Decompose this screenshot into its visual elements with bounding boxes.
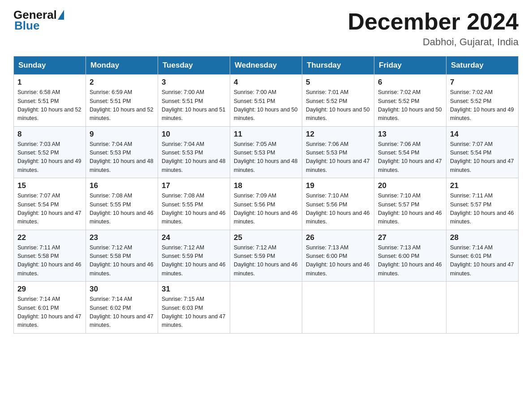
calendar-header-sunday: Sunday xyxy=(14,56,86,75)
day-info: Sunrise: 7:14 AMSunset: 6:01 PMDaylight:… xyxy=(450,244,515,278)
calendar-day-cell xyxy=(446,282,519,334)
day-info: Sunrise: 7:12 AMSunset: 5:58 PMDaylight:… xyxy=(90,244,154,278)
day-info: Sunrise: 7:09 AMSunset: 5:56 PMDaylight:… xyxy=(234,192,298,227)
calendar-day-cell: 11Sunrise: 7:05 AMSunset: 5:53 PMDayligh… xyxy=(230,126,302,178)
day-info: Sunrise: 7:13 AMSunset: 6:00 PMDaylight:… xyxy=(378,244,442,278)
day-info: Sunrise: 7:12 AMSunset: 5:59 PMDaylight:… xyxy=(234,244,298,278)
day-info: Sunrise: 7:07 AMSunset: 5:54 PMDaylight:… xyxy=(17,192,82,227)
calendar-day-cell: 26Sunrise: 7:13 AMSunset: 6:00 PMDayligh… xyxy=(302,230,374,282)
calendar-day-cell: 18Sunrise: 7:09 AMSunset: 5:56 PMDayligh… xyxy=(230,178,302,230)
calendar-day-cell: 27Sunrise: 7:13 AMSunset: 6:00 PMDayligh… xyxy=(374,230,446,282)
day-info: Sunrise: 6:58 AMSunset: 5:51 PMDaylight:… xyxy=(17,88,82,123)
calendar-day-cell: 30Sunrise: 7:14 AMSunset: 6:02 PMDayligh… xyxy=(86,282,158,334)
day-info: Sunrise: 7:15 AMSunset: 6:03 PMDaylight:… xyxy=(162,295,226,330)
title-block: December 2024 Dabhoi, Gujarat, India xyxy=(348,9,519,48)
calendar-day-cell: 17Sunrise: 7:08 AMSunset: 5:55 PMDayligh… xyxy=(158,178,230,230)
calendar-day-cell: 2Sunrise: 6:59 AMSunset: 5:51 PMDaylight… xyxy=(86,75,158,127)
day-number: 17 xyxy=(162,181,226,190)
day-number: 22 xyxy=(17,233,82,242)
day-info: Sunrise: 7:11 AMSunset: 5:58 PMDaylight:… xyxy=(17,244,82,278)
calendar-day-cell: 10Sunrise: 7:04 AMSunset: 5:53 PMDayligh… xyxy=(158,126,230,178)
day-info: Sunrise: 7:06 AMSunset: 5:54 PMDaylight:… xyxy=(378,140,442,175)
calendar-day-cell: 20Sunrise: 7:10 AMSunset: 5:57 PMDayligh… xyxy=(374,178,446,230)
day-info: Sunrise: 7:00 AMSunset: 5:51 PMDaylight:… xyxy=(162,88,226,123)
day-info: Sunrise: 7:03 AMSunset: 5:52 PMDaylight:… xyxy=(17,140,82,175)
calendar-day-cell xyxy=(374,282,446,334)
calendar-day-cell: 15Sunrise: 7:07 AMSunset: 5:54 PMDayligh… xyxy=(14,178,86,230)
day-number: 19 xyxy=(306,181,370,190)
calendar-week-row: 15Sunrise: 7:07 AMSunset: 5:54 PMDayligh… xyxy=(14,178,519,230)
day-info: Sunrise: 7:11 AMSunset: 5:57 PMDaylight:… xyxy=(450,192,515,227)
calendar-day-cell: 12Sunrise: 7:06 AMSunset: 5:53 PMDayligh… xyxy=(302,126,374,178)
calendar-day-cell: 16Sunrise: 7:08 AMSunset: 5:55 PMDayligh… xyxy=(86,178,158,230)
day-info: Sunrise: 7:01 AMSunset: 5:52 PMDaylight:… xyxy=(306,88,370,123)
day-info: Sunrise: 6:59 AMSunset: 5:51 PMDaylight:… xyxy=(90,88,154,123)
day-number: 8 xyxy=(17,130,82,139)
day-number: 7 xyxy=(450,78,515,87)
day-info: Sunrise: 7:14 AMSunset: 6:01 PMDaylight:… xyxy=(17,295,82,330)
calendar-header-saturday: Saturday xyxy=(446,56,519,75)
month-title: December 2024 xyxy=(348,9,519,34)
calendar-header-row: SundayMondayTuesdayWednesdayThursdayFrid… xyxy=(14,56,519,75)
day-info: Sunrise: 7:12 AMSunset: 5:59 PMDaylight:… xyxy=(162,244,226,278)
day-number: 26 xyxy=(306,233,370,242)
calendar-day-cell: 4Sunrise: 7:00 AMSunset: 5:51 PMDaylight… xyxy=(230,75,302,127)
day-info: Sunrise: 7:04 AMSunset: 5:53 PMDaylight:… xyxy=(90,140,154,175)
calendar-week-row: 1Sunrise: 6:58 AMSunset: 5:51 PMDaylight… xyxy=(14,75,519,127)
calendar-day-cell: 6Sunrise: 7:02 AMSunset: 5:52 PMDaylight… xyxy=(374,75,446,127)
day-info: Sunrise: 7:02 AMSunset: 5:52 PMDaylight:… xyxy=(450,88,515,123)
calendar-day-cell: 22Sunrise: 7:11 AMSunset: 5:58 PMDayligh… xyxy=(14,230,86,282)
day-number: 10 xyxy=(162,130,226,139)
calendar-week-row: 29Sunrise: 7:14 AMSunset: 6:01 PMDayligh… xyxy=(14,282,519,334)
day-number: 11 xyxy=(234,130,298,139)
day-info: Sunrise: 7:06 AMSunset: 5:53 PMDaylight:… xyxy=(306,140,370,175)
calendar-day-cell: 31Sunrise: 7:15 AMSunset: 6:03 PMDayligh… xyxy=(158,282,230,334)
day-info: Sunrise: 7:10 AMSunset: 5:57 PMDaylight:… xyxy=(378,192,442,227)
day-number: 31 xyxy=(162,285,226,294)
calendar-day-cell xyxy=(230,282,302,334)
day-number: 28 xyxy=(450,233,515,242)
calendar-day-cell: 3Sunrise: 7:00 AMSunset: 5:51 PMDaylight… xyxy=(158,75,230,127)
calendar-header-thursday: Thursday xyxy=(302,56,374,75)
day-number: 18 xyxy=(234,181,298,190)
calendar-day-cell: 25Sunrise: 7:12 AMSunset: 5:59 PMDayligh… xyxy=(230,230,302,282)
calendar-day-cell: 13Sunrise: 7:06 AMSunset: 5:54 PMDayligh… xyxy=(374,126,446,178)
calendar-day-cell: 14Sunrise: 7:07 AMSunset: 5:54 PMDayligh… xyxy=(446,126,519,178)
calendar-day-cell: 1Sunrise: 6:58 AMSunset: 5:51 PMDaylight… xyxy=(14,75,86,127)
day-number: 23 xyxy=(90,233,154,242)
day-number: 1 xyxy=(17,78,82,87)
day-number: 29 xyxy=(17,285,82,294)
calendar-day-cell: 19Sunrise: 7:10 AMSunset: 5:56 PMDayligh… xyxy=(302,178,374,230)
calendar-day-cell: 23Sunrise: 7:12 AMSunset: 5:58 PMDayligh… xyxy=(86,230,158,282)
day-number: 4 xyxy=(234,78,298,87)
calendar-week-row: 22Sunrise: 7:11 AMSunset: 5:58 PMDayligh… xyxy=(14,230,519,282)
day-number: 2 xyxy=(90,78,154,87)
day-number: 16 xyxy=(90,181,154,190)
day-number: 25 xyxy=(234,233,298,242)
calendar-table: SundayMondayTuesdayWednesdayThursdayFrid… xyxy=(13,56,519,334)
calendar-day-cell: 9Sunrise: 7:04 AMSunset: 5:53 PMDaylight… xyxy=(86,126,158,178)
calendar-week-row: 8Sunrise: 7:03 AMSunset: 5:52 PMDaylight… xyxy=(14,126,519,178)
calendar-header-monday: Monday xyxy=(86,56,158,75)
day-number: 12 xyxy=(306,130,370,139)
calendar-day-cell: 29Sunrise: 7:14 AMSunset: 6:01 PMDayligh… xyxy=(14,282,86,334)
day-number: 15 xyxy=(17,181,82,190)
logo: General Blue xyxy=(13,9,64,33)
calendar-day-cell: 21Sunrise: 7:11 AMSunset: 5:57 PMDayligh… xyxy=(446,178,519,230)
calendar-header-wednesday: Wednesday xyxy=(230,56,302,75)
day-number: 27 xyxy=(378,233,442,242)
day-info: Sunrise: 7:13 AMSunset: 6:00 PMDaylight:… xyxy=(306,244,370,278)
calendar-day-cell xyxy=(302,282,374,334)
day-number: 14 xyxy=(450,130,515,139)
calendar-day-cell: 5Sunrise: 7:01 AMSunset: 5:52 PMDaylight… xyxy=(302,75,374,127)
day-number: 21 xyxy=(450,181,515,190)
calendar-header-friday: Friday xyxy=(374,56,446,75)
day-number: 24 xyxy=(162,233,226,242)
location-title: Dabhoi, Gujarat, India xyxy=(348,36,519,48)
day-number: 3 xyxy=(162,78,226,87)
day-info: Sunrise: 7:02 AMSunset: 5:52 PMDaylight:… xyxy=(378,88,442,123)
page-header: General Blue December 2024 Dabhoi, Gujar… xyxy=(13,9,519,48)
logo-triangle-icon xyxy=(58,10,64,20)
day-info: Sunrise: 7:10 AMSunset: 5:56 PMDaylight:… xyxy=(306,192,370,227)
day-number: 9 xyxy=(90,130,154,139)
